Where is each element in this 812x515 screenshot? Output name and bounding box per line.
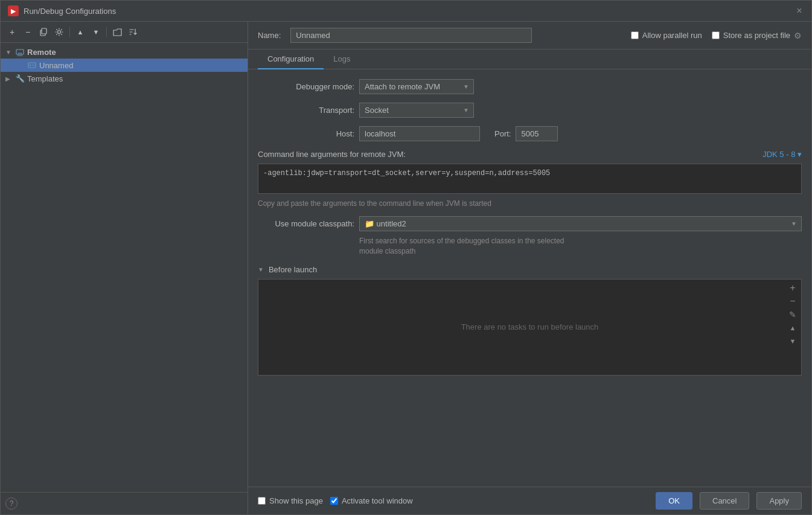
transport-label: Transport:	[258, 106, 354, 115]
port-label: Port:	[494, 129, 511, 138]
module-row: Use module classpath: 📁 untitled2 ▼	[258, 216, 802, 231]
cmd-hint: Copy and paste the arguments to the comm…	[258, 199, 802, 208]
tree: ▼ Remote Unnamed ▶ 🔧	[1, 43, 248, 492]
module-select[interactable]: 📁 untitled2	[359, 216, 802, 231]
port-input[interactable]	[516, 126, 558, 141]
settings-button[interactable]	[53, 25, 66, 39]
header-row: Name: Allow parallel run Store as projec…	[248, 22, 811, 50]
down-button[interactable]: ▼	[89, 25, 103, 39]
cmd-textarea[interactable]	[258, 164, 802, 194]
apply-button[interactable]: Apply	[756, 492, 802, 510]
debugger-mode-row: Debugger mode: Attach to remote JVM List…	[258, 79, 802, 94]
svg-point-2	[58, 31, 61, 34]
bl-remove-button[interactable]: −	[787, 295, 799, 307]
tabs: Configuration Logs	[248, 50, 811, 69]
copy-button[interactable]	[37, 25, 50, 39]
up-button[interactable]: ▲	[74, 25, 87, 39]
right-panel: Name: Allow parallel run Store as projec…	[248, 22, 811, 514]
allow-parallel-checkbox[interactable]	[631, 31, 639, 39]
svg-rect-3	[16, 50, 24, 54]
store-project-checkbox[interactable]	[712, 31, 720, 39]
allow-parallel-wrap: Allow parallel run	[631, 31, 702, 40]
module-label: Use module classpath:	[258, 219, 354, 228]
header-options: Allow parallel run Store as project file…	[631, 31, 802, 40]
bl-down-button[interactable]: ▼	[787, 335, 799, 347]
cmd-section: Command line arguments for remote JVM: J…	[258, 150, 802, 208]
before-launch-section: ▼ Before launch There are no tasks to ru…	[258, 265, 802, 376]
before-launch-empty: There are no tasks to run before launch	[461, 322, 599, 331]
allow-parallel-label: Allow parallel run	[642, 31, 702, 40]
bl-edit-button[interactable]: ✎	[787, 309, 799, 321]
name-input[interactable]	[290, 28, 532, 43]
tree-item-unnamed[interactable]: Unnamed	[1, 59, 248, 72]
wrench-icon: 🔧	[15, 74, 25, 83]
store-project-label: Store as project file	[723, 31, 790, 40]
remote-group-label: Remote	[27, 48, 56, 57]
left-panel: + − ▲ ▼	[1, 22, 248, 514]
run-debug-dialog: ▶ Run/Debug Configurations × + − ▲ ▼	[0, 0, 812, 515]
before-launch-triangle[interactable]: ▼	[258, 266, 264, 273]
before-launch-label: Before launch	[269, 265, 317, 274]
config-icon	[27, 60, 37, 70]
title-bar: ▶ Run/Debug Configurations ×	[1, 1, 811, 22]
cancel-button[interactable]: Cancel	[700, 492, 749, 510]
module-hint: First search for sources of the debugged…	[359, 236, 802, 257]
transport-select-wrap: Socket Shared memory ▼	[359, 103, 474, 118]
add-button[interactable]: +	[5, 25, 19, 39]
tab-logs[interactable]: Logs	[324, 50, 360, 69]
remove-button[interactable]: −	[21, 25, 34, 39]
show-page-wrap: Show this page	[258, 496, 323, 505]
ok-button[interactable]: OK	[656, 492, 692, 510]
svg-point-5	[30, 65, 31, 66]
left-bottom: ?	[1, 492, 248, 514]
host-input[interactable]	[359, 126, 480, 141]
bl-up-button[interactable]: ▲	[787, 322, 799, 334]
app-icon: ▶	[8, 5, 19, 16]
help-button[interactable]: ?	[5, 497, 18, 510]
unnamed-item-label: Unnamed	[39, 61, 73, 70]
before-launch-toolbar: + − ✎ ▲ ▼	[787, 282, 799, 347]
jdk-link[interactable]: JDK 5 - 8 ▾	[762, 150, 802, 159]
name-label: Name:	[258, 31, 281, 40]
bl-add-button[interactable]: +	[787, 282, 799, 294]
close-button[interactable]: ×	[794, 6, 804, 16]
expand-icon: ▼	[5, 49, 13, 56]
config-content: Debugger mode: Attach to remote JVM List…	[248, 69, 811, 487]
tree-group-remote[interactable]: ▼ Remote	[1, 45, 248, 59]
activate-label: Activate tool window	[342, 496, 413, 505]
show-page-label: Show this page	[269, 496, 323, 505]
svg-rect-1	[42, 28, 46, 34]
activate-checkbox[interactable]	[330, 497, 338, 505]
gear-icon[interactable]: ⚙	[794, 31, 802, 40]
templates-label: Templates	[27, 74, 63, 83]
sort-button[interactable]	[126, 25, 139, 39]
main-content: + − ▲ ▼	[1, 22, 811, 514]
tree-item-templates[interactable]: ▶ 🔧 Templates	[1, 72, 248, 85]
remote-icon	[15, 47, 25, 57]
before-launch-area: There are no tasks to run before launch …	[258, 279, 802, 376]
toolbar: + − ▲ ▼	[1, 22, 248, 43]
host-label: Host:	[258, 129, 354, 138]
dialog-title: Run/Debug Configurations	[24, 7, 116, 16]
templates-expand: ▶	[5, 75, 13, 82]
cmd-args-label: Command line arguments for remote JVM:	[258, 150, 406, 159]
debugger-mode-select-wrap: Attach to remote JVM Listen to remote JV…	[359, 79, 474, 94]
activate-wrap: Activate tool window	[330, 496, 413, 505]
transport-select[interactable]: Socket Shared memory	[359, 103, 474, 118]
bottom-bar: Show this page Activate tool window OK C…	[248, 487, 811, 514]
show-page-checkbox[interactable]	[258, 497, 266, 505]
debugger-mode-label: Debugger mode:	[258, 82, 354, 91]
folder-button[interactable]	[110, 25, 124, 39]
tab-configuration[interactable]: Configuration	[258, 50, 324, 69]
store-project-wrap: Store as project file ⚙	[712, 31, 802, 40]
transport-row: Transport: Socket Shared memory ▼	[258, 103, 802, 118]
debugger-mode-select[interactable]: Attach to remote JVM Listen to remote JV…	[359, 79, 474, 94]
host-port-row: Host: Port:	[258, 126, 802, 141]
